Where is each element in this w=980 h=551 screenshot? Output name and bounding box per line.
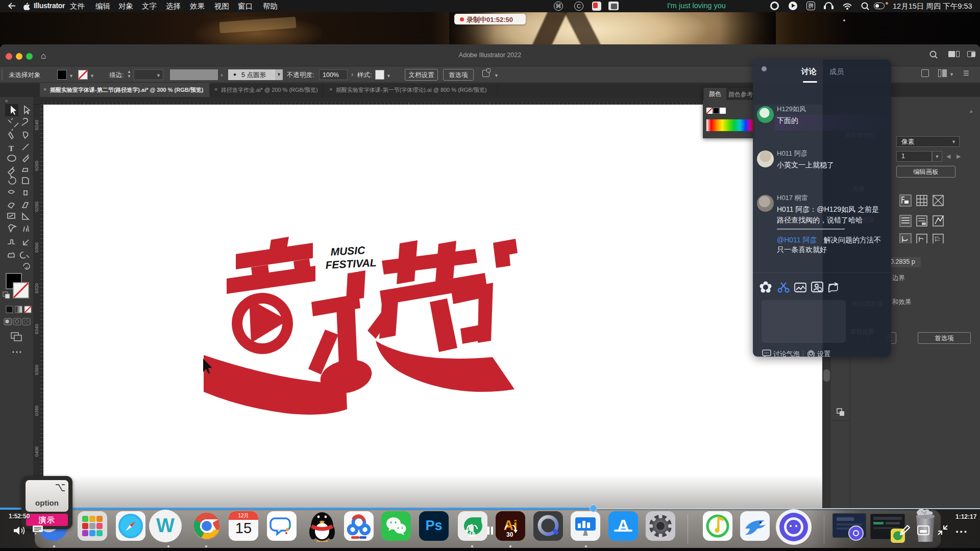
svg-text:MUSIC: MUSIC <box>330 244 366 258</box>
svg-text:FESTIVAL: FESTIVAL <box>325 257 377 271</box>
svg-text:30: 30 <box>506 531 513 538</box>
svg-text:T: T <box>9 144 14 153</box>
svg-text:10: 10 <box>469 531 476 538</box>
